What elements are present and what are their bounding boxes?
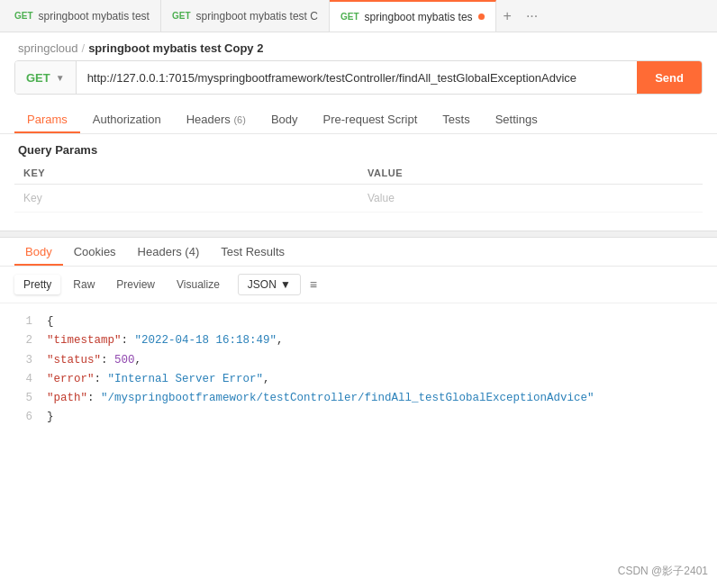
query-params-label: Query Params bbox=[0, 134, 717, 162]
method-select[interactable]: GET ▼ bbox=[15, 61, 77, 94]
code-line-2: 2 "timestamp": "2022-04-18 16:18:49", bbox=[14, 331, 703, 350]
tab-settings[interactable]: Settings bbox=[483, 105, 550, 133]
code-line-1: 1 { bbox=[14, 312, 703, 331]
breadcrumb-parent[interactable]: springcloud bbox=[18, 41, 78, 55]
tab-actions: + ··· bbox=[500, 5, 542, 28]
resp-tab-headers-label: Headers (4) bbox=[138, 245, 200, 258]
request-tabs: Params Authorization Headers (6) Body Pr… bbox=[0, 105, 717, 134]
tab-authorization-label: Authorization bbox=[93, 113, 161, 126]
code-line-6: 6 } bbox=[14, 408, 703, 427]
tab-tests-label: Tests bbox=[442, 113, 469, 126]
visualize-button[interactable]: Visualize bbox=[168, 275, 229, 294]
tab-headers-badge: (6) bbox=[233, 114, 245, 125]
tab-params[interactable]: Params bbox=[14, 105, 80, 133]
code-block: 1 { 2 "timestamp": "2022-04-18 16:18:49"… bbox=[0, 303, 717, 437]
tab-3-method: GET bbox=[340, 12, 359, 22]
resp-tab-test-results-label: Test Results bbox=[221, 245, 285, 258]
pretty-button[interactable]: Pretty bbox=[14, 275, 60, 294]
value-cell[interactable]: Value bbox=[358, 185, 703, 213]
tab-settings-label: Settings bbox=[495, 113, 538, 126]
json-format-select[interactable]: JSON ▼ bbox=[238, 274, 301, 295]
tab-bar: GET springboot mybatis test GET springbo… bbox=[0, 0, 717, 32]
tab-params-label: Params bbox=[27, 113, 68, 126]
tab-tests[interactable]: Tests bbox=[430, 105, 482, 133]
tab-headers-label: Headers bbox=[186, 113, 231, 126]
preview-button[interactable]: Preview bbox=[107, 275, 164, 294]
url-input[interactable] bbox=[77, 71, 638, 85]
resp-tab-headers[interactable]: Headers (4) bbox=[127, 238, 211, 266]
tab-pre-request[interactable]: Pre-request Script bbox=[311, 105, 431, 133]
col-value: VALUE bbox=[358, 162, 703, 185]
send-button[interactable]: Send bbox=[637, 61, 702, 94]
tab-1-method: GET bbox=[14, 11, 33, 21]
tab-1[interactable]: GET springboot mybatis test bbox=[4, 0, 161, 32]
code-line-3: 3 "status": 500, bbox=[14, 351, 703, 370]
breadcrumb-current: springboot mybatis test Copy 2 bbox=[88, 41, 263, 55]
format-bar: Pretty Raw Preview Visualize JSON ▼ ≡ bbox=[0, 267, 717, 303]
tab-2-label: springboot mybatis test C bbox=[196, 10, 318, 23]
resp-tab-body[interactable]: Body bbox=[14, 238, 63, 266]
breadcrumb-sep: / bbox=[82, 41, 86, 55]
resp-tab-cookies[interactable]: Cookies bbox=[63, 238, 127, 266]
tab-body[interactable]: Body bbox=[259, 105, 311, 133]
tab-pre-request-label: Pre-request Script bbox=[323, 113, 418, 126]
tab-2[interactable]: GET springboot mybatis test C bbox=[161, 0, 330, 32]
code-line-5: 5 "path": "/myspringbootframework/testCo… bbox=[14, 389, 703, 408]
filter-icon[interactable]: ≡ bbox=[310, 277, 317, 292]
chevron-down-icon: ▼ bbox=[280, 278, 291, 291]
tab-authorization[interactable]: Authorization bbox=[80, 105, 174, 133]
response-tabs: Body Cookies Headers (4) Test Results bbox=[0, 238, 717, 267]
panel-divider bbox=[0, 231, 717, 238]
code-line-4: 4 "error": "Internal Server Error", bbox=[14, 370, 703, 389]
tab-body-label: Body bbox=[271, 113, 298, 126]
raw-button[interactable]: Raw bbox=[64, 275, 104, 294]
table-row: Key Value bbox=[14, 185, 703, 213]
tab-2-method: GET bbox=[172, 11, 191, 21]
chevron-down-icon: ▼ bbox=[56, 73, 65, 83]
more-tabs-button[interactable]: ··· bbox=[522, 5, 541, 28]
key-cell[interactable]: Key bbox=[14, 185, 358, 213]
breadcrumb: springcloud / springboot mybatis test Co… bbox=[0, 32, 717, 60]
tab-3-dot bbox=[478, 14, 485, 20]
params-table: KEY VALUE Key Value bbox=[14, 162, 703, 213]
tab-headers[interactable]: Headers (6) bbox=[174, 105, 259, 133]
resp-tab-body-label: Body bbox=[25, 245, 52, 258]
tab-1-label: springboot mybatis test bbox=[39, 10, 150, 23]
tab-3-label: springboot mybatis tes bbox=[365, 11, 473, 23]
resp-tab-test-results[interactable]: Test Results bbox=[210, 238, 295, 266]
add-tab-button[interactable]: + bbox=[500, 5, 515, 28]
json-format-label: JSON bbox=[248, 278, 277, 291]
col-key: KEY bbox=[14, 162, 358, 185]
tab-3[interactable]: GET springboot mybatis tes bbox=[330, 0, 496, 32]
url-bar: GET ▼ Send bbox=[14, 60, 703, 95]
resp-tab-cookies-label: Cookies bbox=[74, 245, 116, 258]
method-label: GET bbox=[26, 71, 50, 85]
